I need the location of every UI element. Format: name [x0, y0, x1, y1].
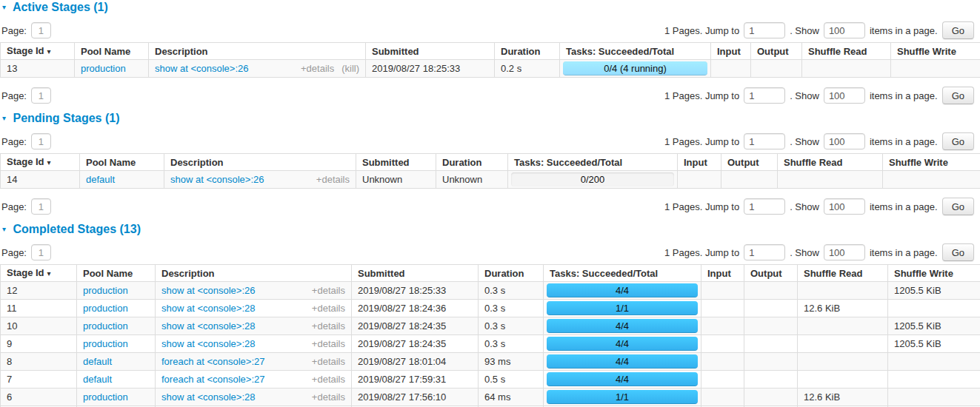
column-header-pool-name[interactable]: Pool Name — [80, 154, 164, 171]
pool-name-link[interactable]: default — [83, 356, 112, 367]
column-header-output[interactable]: Output — [721, 154, 778, 171]
tasks-cell: 0/4 (4 running) — [560, 60, 711, 78]
items-per-page-input[interactable] — [824, 87, 865, 104]
active-stages-heading[interactable]: ▾ Active Stages (1) — [2, 1, 980, 13]
column-header-submitted[interactable]: Submitted — [352, 265, 479, 282]
page-number-input[interactable] — [31, 87, 51, 104]
column-header-input[interactable]: Input — [678, 154, 721, 171]
details-toggle[interactable]: +details — [316, 174, 350, 185]
go-button[interactable]: Go — [942, 198, 974, 215]
description-cell: show at <console>:28+details — [156, 388, 352, 406]
items-per-page-input[interactable] — [824, 198, 865, 215]
description-link[interactable]: show at <console>:28 — [161, 339, 255, 349]
submitted-cell: 2019/08/27 18:24:35 — [352, 335, 479, 353]
go-button[interactable]: Go — [942, 21, 974, 39]
pending-stages-heading[interactable]: ▾ Pending Stages (1) — [2, 112, 980, 124]
details-toggle[interactable]: +details — [312, 320, 345, 332]
table-row: 14defaultshow at <console>:26+detailsUnk… — [1, 171, 980, 189]
description-link[interactable]: foreach at <console>:27 — [161, 357, 265, 366]
jump-to-page-input[interactable] — [744, 133, 785, 149]
description-link[interactable]: show at <console>:28 — [161, 321, 255, 331]
column-header-shuffle-write[interactable]: Shuffle Write — [891, 43, 980, 60]
column-header-output[interactable]: Output — [751, 43, 802, 60]
column-header-stage-id[interactable]: Stage Id▾ — [1, 154, 80, 171]
column-header-shuffle-read[interactable]: Shuffle Read — [798, 265, 888, 282]
description-meta: +details — [304, 286, 345, 295]
details-toggle[interactable]: +details — [312, 356, 345, 367]
pool-name-link[interactable]: production — [83, 320, 128, 332]
column-header-tasks-succeeded-total[interactable]: Tasks: Succeeded/Total — [560, 43, 711, 60]
progress-label: 4/4 — [547, 319, 698, 333]
page-number-input[interactable] — [31, 133, 51, 149]
column-header-shuffle-read[interactable]: Shuffle Read — [778, 154, 883, 171]
page-number-input[interactable] — [31, 198, 51, 215]
go-button[interactable]: Go — [942, 87, 974, 104]
output-cell — [744, 282, 798, 300]
items-per-page-input[interactable] — [824, 244, 865, 260]
details-toggle[interactable]: +details — [301, 63, 334, 74]
pool-name-cell: production — [77, 317, 156, 335]
details-toggle[interactable]: +details — [312, 285, 345, 296]
column-header-shuffle-write[interactable]: Shuffle Write — [883, 154, 980, 171]
page-label: Page: — [1, 201, 27, 212]
column-header-tasks-succeeded-total[interactable]: Tasks: Succeeded/Total — [508, 154, 678, 171]
jump-to-page-input[interactable] — [744, 244, 785, 260]
description-link[interactable]: foreach at <console>:27 — [161, 374, 265, 384]
column-header-tasks-succeeded-total[interactable]: Tasks: Succeeded/Total — [544, 265, 701, 282]
description-link[interactable]: show at <console>:26 — [161, 286, 255, 295]
column-header-description[interactable]: Description — [156, 265, 352, 282]
details-toggle[interactable]: +details — [312, 391, 345, 403]
details-toggle[interactable]: +details — [312, 338, 345, 349]
column-header-stage-id[interactable]: Stage Id▾ — [1, 43, 75, 60]
page-number-input[interactable] — [31, 22, 51, 38]
pool-name-link[interactable]: production — [83, 391, 128, 403]
page-number-input[interactable] — [31, 244, 51, 260]
description-link[interactable]: show at <console>:28 — [161, 303, 255, 313]
description-content: show at <console>:28+details — [161, 392, 345, 402]
kill-link[interactable]: (kill) — [341, 63, 359, 74]
description-link[interactable]: show at <console>:28 — [161, 392, 255, 402]
column-header-pool-name[interactable]: Pool Name — [77, 265, 156, 282]
go-button[interactable]: Go — [942, 243, 974, 261]
items-per-page-input[interactable] — [824, 133, 865, 149]
column-header-shuffle-write[interactable]: Shuffle Write — [888, 265, 980, 282]
column-header-stage-id[interactable]: Stage Id▾ — [1, 265, 77, 282]
shuffle-read-cell: 12.6 KiB — [798, 300, 888, 317]
column-header-input[interactable]: Input — [711, 43, 751, 60]
progress-label: 4/4 — [547, 354, 698, 369]
column-header-description[interactable]: Description — [149, 43, 366, 60]
column-header-submitted[interactable]: Submitted — [366, 43, 495, 60]
column-header-duration[interactable]: Duration — [495, 43, 560, 60]
details-toggle[interactable]: +details — [312, 374, 345, 385]
description-meta: +details — [304, 374, 345, 384]
column-header-submitted[interactable]: Submitted — [356, 154, 436, 171]
column-header-duration[interactable]: Duration — [479, 265, 544, 282]
column-header-output[interactable]: Output — [744, 265, 798, 282]
column-header-label: Description — [161, 268, 215, 279]
completed-stages-heading[interactable]: ▾ Completed Stages (13) — [2, 223, 980, 235]
column-header-shuffle-read[interactable]: Shuffle Read — [802, 43, 891, 60]
stage-id-cell: 13 — [1, 60, 75, 78]
go-button[interactable]: Go — [942, 132, 974, 150]
jump-to-page-input[interactable] — [744, 87, 785, 104]
pool-name-link[interactable]: production — [83, 303, 128, 314]
pool-name-link[interactable]: default — [86, 174, 115, 185]
items-per-page-input[interactable] — [824, 22, 865, 38]
description-link[interactable]: show at <console>:26 — [170, 175, 264, 184]
shuffle-write-cell — [888, 371, 980, 388]
column-header-duration[interactable]: Duration — [436, 154, 508, 171]
details-toggle[interactable]: +details — [312, 303, 345, 314]
description-link[interactable]: show at <console>:26 — [155, 64, 248, 73]
pool-name-link[interactable]: production — [83, 285, 128, 296]
duration-cell: 93 ms — [479, 353, 544, 371]
jump-to-page-input[interactable] — [744, 198, 785, 215]
pool-name-link[interactable]: production — [81, 63, 126, 74]
submitted-cell: 2019/08/27 18:25:33 — [352, 282, 479, 300]
pool-name-link[interactable]: production — [83, 338, 128, 349]
column-header-input[interactable]: Input — [701, 265, 744, 282]
jump-to-page-input[interactable] — [744, 22, 785, 38]
tasks-progress-bar: 4/4 — [547, 319, 698, 333]
pool-name-link[interactable]: default — [83, 374, 112, 385]
column-header-pool-name[interactable]: Pool Name — [75, 43, 149, 60]
column-header-description[interactable]: Description — [164, 154, 356, 171]
